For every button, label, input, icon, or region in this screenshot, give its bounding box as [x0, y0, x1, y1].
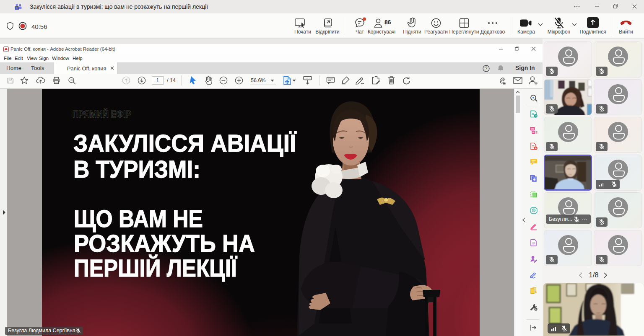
svg-text:В ТУРИЗМІ:: В ТУРИЗМІ: [73, 155, 200, 183]
svg-text:ЗАКУЛІССЯ АВІАЦІЇ: ЗАКУЛІССЯ АВІАЦІЇ [73, 129, 297, 157]
svg-text:РОЗКАЖУТЬ НА: РОЗКАЖУТЬ НА [74, 230, 255, 257]
svg-text:ЩО ВАМ НЕ: ЩО ВАМ НЕ [74, 205, 203, 232]
svg-text:?: ? [485, 66, 488, 71]
svg-text:ПРЯМИЙ ЕФІР: ПРЯМИЙ ЕФІР [73, 109, 131, 120]
svg-text:T: T [16, 6, 18, 10]
svg-text:ПЕРШІЙ ЛЕКЦІЇ: ПЕРШІЙ ЛЕКЦІЇ [74, 254, 238, 282]
svg-text:A: A [532, 112, 534, 115]
